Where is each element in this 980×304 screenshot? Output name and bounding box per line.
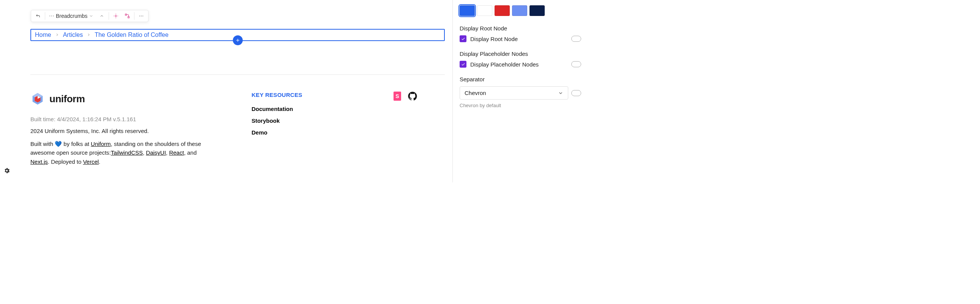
svg-point-3 xyxy=(139,16,140,16)
react-link[interactable]: React xyxy=(169,150,184,156)
svg-point-4 xyxy=(141,16,142,16)
swatch-navy[interactable] xyxy=(530,5,545,16)
copyright: 2024 Uniform Systems, Inc. All rights re… xyxy=(30,128,236,134)
separator-select[interactable]: Chevron xyxy=(460,86,568,100)
color-swatches xyxy=(460,5,581,16)
uniform-link[interactable]: Uniform xyxy=(91,141,111,147)
separator-value: Chevron xyxy=(465,90,486,96)
check-icon xyxy=(461,62,465,67)
storybook-link[interactable]: Storybook xyxy=(251,118,378,124)
svg-point-0 xyxy=(116,15,117,17)
credits-text: Built with 💙 by folks at Uniform, standi… xyxy=(30,140,213,166)
add-button[interactable] xyxy=(233,35,243,45)
uniform-logo-icon xyxy=(30,92,45,106)
breadcrumb-link[interactable]: Articles xyxy=(63,32,83,38)
link-pill-icon[interactable] xyxy=(571,61,581,67)
display-root-checkbox[interactable] xyxy=(460,35,466,42)
swatch-white[interactable] xyxy=(477,5,492,16)
heart-icon: 💙 xyxy=(55,141,62,147)
logo-text: uniform xyxy=(49,93,85,105)
svg-rect-1 xyxy=(125,14,127,16)
chevron-down-icon xyxy=(89,14,94,18)
vercel-link[interactable]: Vercel xyxy=(83,158,99,165)
footer-divider xyxy=(30,75,445,75)
build-time: Built time: 4/4/2024, 1:16:24 PM v.5.1.1… xyxy=(30,116,236,123)
logo: uniform xyxy=(30,92,236,106)
separator-helper: Chevron by default xyxy=(460,103,581,108)
display-placeholder-label: Display Placeholder Nodes xyxy=(460,51,581,57)
link-pill-icon[interactable] xyxy=(571,36,581,42)
separator-label: Separator xyxy=(460,76,581,83)
swatch-red[interactable] xyxy=(495,5,510,16)
chevron-right-icon xyxy=(87,32,91,38)
demo-link[interactable]: Demo xyxy=(251,129,378,136)
properties-panel: Display Root Node Display Root Node Disp… xyxy=(453,0,588,182)
chevron-right-icon xyxy=(55,32,59,38)
breadcrumb-link[interactable]: The Golden Ratio of Coffee xyxy=(95,32,169,38)
key-resources-title: KEY RESOURCES xyxy=(251,92,378,98)
display-placeholder-checkbox[interactable] xyxy=(460,61,466,68)
nextjs-link[interactable]: Next.js xyxy=(30,158,48,165)
daisyui-link[interactable]: DaisyUI xyxy=(146,150,166,156)
svg-point-5 xyxy=(142,16,143,16)
display-placeholder-check-label: Display Placeholder Nodes xyxy=(470,61,539,68)
breadcrumbs-component[interactable]: Home Articles The Golden Ratio of Coffee xyxy=(30,29,445,41)
swatch-blue[interactable] xyxy=(460,5,475,16)
chevron-down-icon xyxy=(558,91,563,96)
tailwind-link[interactable]: TailwindCSS xyxy=(111,150,143,156)
canvas-area: ⋯ Breadcrumbs Home Articles xyxy=(14,0,453,182)
display-root-label: Display Root Node xyxy=(460,25,581,32)
storybook-badge-icon[interactable]: S xyxy=(393,92,401,101)
swatch-lightblue[interactable] xyxy=(512,5,527,16)
breadcrumb-link[interactable]: Home xyxy=(35,32,51,38)
github-icon[interactable] xyxy=(408,92,417,101)
footer: uniform Built time: 4/4/2024, 1:16:24 PM… xyxy=(30,92,445,166)
documentation-link[interactable]: Documentation xyxy=(251,106,378,112)
display-root-check-label: Display Root Node xyxy=(470,36,518,42)
check-icon xyxy=(461,37,465,41)
plus-icon xyxy=(235,38,240,43)
settings-gear-icon[interactable] xyxy=(3,167,10,175)
svg-rect-2 xyxy=(128,17,129,18)
link-pill-icon[interactable] xyxy=(571,90,581,96)
